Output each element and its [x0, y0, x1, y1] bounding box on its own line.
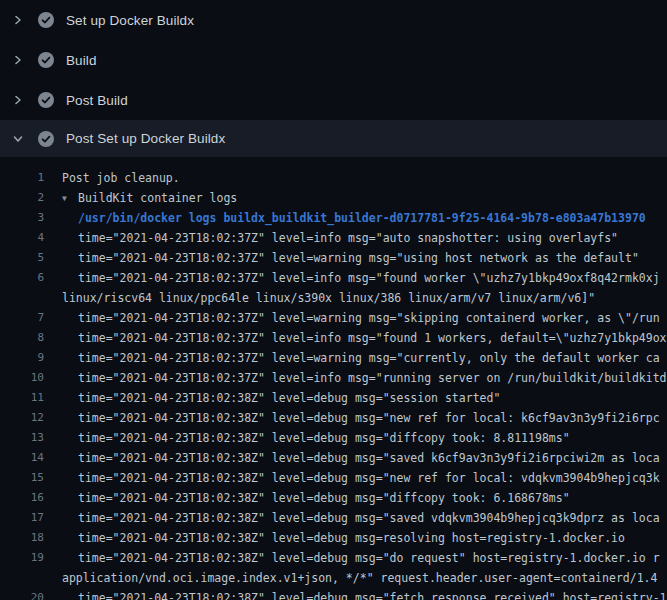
log-line-13: 13time="2021-04-23T18:02:38Z" level=debu… [0, 428, 667, 448]
log-line-8: 8time="2021-04-23T18:02:37Z" level=info … [0, 328, 667, 348]
log-text: time="2021-04-23T18:02:38Z" level=debug … [62, 468, 660, 488]
step-status-icon [38, 131, 54, 147]
chevron-right-icon-wrap[interactable] [12, 14, 24, 26]
line-number-link[interactable]: 12 [0, 408, 44, 428]
log-line-1: 1Post job cleanup. [0, 168, 667, 188]
step-row-set-up-docker-buildx[interactable]: Set up Docker Buildx [0, 0, 667, 40]
log-text: time="2021-04-23T18:02:38Z" level=debug … [62, 528, 625, 548]
log-line-5: 5time="2021-04-23T18:02:37Z" level=warni… [0, 248, 667, 268]
log-text: time="2021-04-23T18:02:38Z" level=debug … [62, 428, 570, 448]
log-text: linux/riscv64 linux/ppc64le linux/s390x … [62, 288, 595, 308]
line-number-link[interactable]: 11 [0, 388, 44, 408]
group-title-text: BuildKit container logs [78, 191, 237, 205]
step-status-icon [38, 12, 54, 28]
step-label: Post Build [66, 93, 128, 108]
line-number-link[interactable]: 3 [0, 208, 44, 228]
line-number-link[interactable]: 13 [0, 428, 44, 448]
log-text: time="2021-04-23T18:02:37Z" level=info m… [62, 268, 660, 288]
log-text: time="2021-04-23T18:02:37Z" level=warnin… [62, 348, 660, 368]
log-command-text: /usr/bin/docker logs buildx_buildkit_bui… [62, 208, 646, 228]
line-number-link[interactable]: 6 [0, 268, 44, 288]
chevron-down-icon [12, 133, 24, 145]
log-line-14: 14time="2021-04-23T18:02:38Z" level=debu… [0, 448, 667, 468]
log-line-6: 6time="2021-04-23T18:02:37Z" level=info … [0, 268, 667, 288]
step-status-icon [38, 92, 54, 108]
steps-list: Set up Docker BuildxBuildPost BuildPost … [0, 0, 667, 157]
log-text: time="2021-04-23T18:02:38Z" level=debug … [62, 588, 667, 600]
log-line-19-wrap: application/vnd.oci.image.index.v1+json,… [0, 568, 667, 588]
log-line-7: 7time="2021-04-23T18:02:37Z" level=warni… [0, 308, 667, 328]
line-number-link[interactable]: 8 [0, 328, 44, 348]
log-text: ▼BuildKit container logs [62, 188, 237, 208]
chevron-right-icon [12, 54, 24, 66]
log-text: time="2021-04-23T18:02:38Z" level=debug … [62, 488, 570, 508]
line-number-link[interactable]: 2 [0, 188, 44, 208]
log-line-4: 4time="2021-04-23T18:02:37Z" level=info … [0, 228, 667, 248]
chevron-right-icon [12, 14, 24, 26]
line-number-link[interactable]: 10 [0, 368, 44, 388]
line-number-link[interactable]: 5 [0, 248, 44, 268]
step-status-icon [38, 52, 54, 68]
line-number-link[interactable]: 18 [0, 528, 44, 548]
step-row-post-set-up-docker-buildx[interactable]: Post Set up Docker Buildx [0, 120, 667, 157]
line-number-link[interactable]: 9 [0, 348, 44, 368]
log-line-11: 11time="2021-04-23T18:02:38Z" level=debu… [0, 388, 667, 408]
line-number-link[interactable]: 7 [0, 308, 44, 328]
line-number-link[interactable]: 17 [0, 508, 44, 528]
step-row-build[interactable]: Build [0, 40, 667, 80]
check-circle-icon [38, 52, 54, 68]
line-number-link [0, 568, 44, 588]
log-text: time="2021-04-23T18:02:38Z" level=debug … [62, 388, 500, 408]
log-text: time="2021-04-23T18:02:37Z" level=info m… [62, 368, 667, 388]
log-line-19: 19time="2021-04-23T18:02:38Z" level=debu… [0, 548, 667, 568]
chevron-right-icon [12, 94, 24, 106]
line-number-link[interactable]: 14 [0, 448, 44, 468]
step-row-post-build[interactable]: Post Build [0, 80, 667, 120]
chevron-down-icon-wrap[interactable] [12, 133, 24, 145]
group-collapse-toggle-icon[interactable]: ▼ [62, 189, 78, 209]
log-text: time="2021-04-23T18:02:37Z" level=warnin… [62, 248, 639, 268]
chevron-right-icon-wrap[interactable] [12, 94, 24, 106]
line-number-link[interactable]: 16 [0, 488, 44, 508]
step-label: Build [66, 53, 97, 68]
line-number-link[interactable]: 15 [0, 468, 44, 488]
step-label: Post Set up Docker Buildx [66, 131, 225, 146]
log-text: time="2021-04-23T18:02:37Z" level=warnin… [62, 308, 660, 328]
log-line-12: 12time="2021-04-23T18:02:38Z" level=debu… [0, 408, 667, 428]
line-number-link[interactable]: 1 [0, 168, 44, 188]
line-number-link[interactable]: 19 [0, 548, 44, 568]
log-line-20: 20time="2021-04-23T18:02:38Z" level=debu… [0, 588, 667, 600]
log-text: time="2021-04-23T18:02:38Z" level=debug … [62, 508, 660, 528]
log-line-17: 17time="2021-04-23T18:02:38Z" level=debu… [0, 508, 667, 528]
check-circle-icon [38, 131, 54, 147]
step-label: Set up Docker Buildx [66, 13, 194, 28]
log-line-16: 16time="2021-04-23T18:02:38Z" level=debu… [0, 488, 667, 508]
chevron-right-icon-wrap[interactable] [12, 54, 24, 66]
line-number-link[interactable]: 20 [0, 588, 44, 600]
log-text: application/vnd.oci.image.index.v1+json,… [62, 568, 657, 588]
log-line-3: 3/usr/bin/docker logs buildx_buildkit_bu… [0, 208, 667, 228]
line-number-link [0, 288, 44, 308]
log-text: time="2021-04-23T18:02:38Z" level=debug … [62, 548, 660, 568]
log-text: time="2021-04-23T18:02:38Z" level=debug … [62, 448, 660, 468]
check-circle-icon [38, 92, 54, 108]
log-line-15: 15time="2021-04-23T18:02:38Z" level=debu… [0, 468, 667, 488]
line-number-link[interactable]: 4 [0, 228, 44, 248]
log-text: time="2021-04-23T18:02:38Z" level=debug … [62, 408, 660, 428]
log-line-2: 2▼BuildKit container logs [0, 188, 667, 208]
log-text: time="2021-04-23T18:02:37Z" level=info m… [62, 328, 667, 348]
log-line-18: 18time="2021-04-23T18:02:38Z" level=debu… [0, 528, 667, 548]
log-text: time="2021-04-23T18:02:37Z" level=info m… [62, 228, 618, 248]
log-line-9: 9time="2021-04-23T18:02:37Z" level=warni… [0, 348, 667, 368]
check-circle-icon [38, 12, 54, 28]
log-text: Post job cleanup. [62, 168, 180, 188]
log-area: 1Post job cleanup.2▼BuildKit container l… [0, 157, 667, 600]
log-line-6-wrap: linux/riscv64 linux/ppc64le linux/s390x … [0, 288, 667, 308]
log-line-10: 10time="2021-04-23T18:02:37Z" level=info… [0, 368, 667, 388]
